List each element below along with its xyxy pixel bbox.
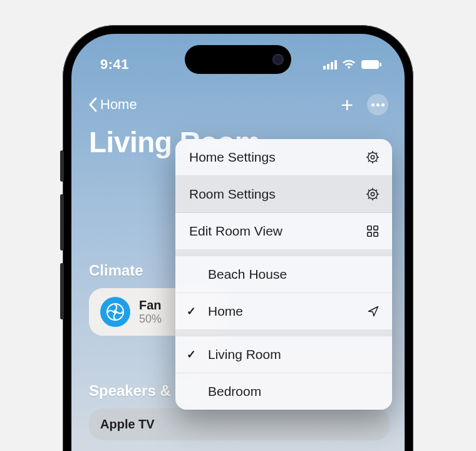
menu-item-label: Edit Room View	[189, 224, 282, 239]
tile-status: 50%	[139, 313, 162, 326]
svg-point-4	[368, 153, 378, 162]
menu-room-bedroom[interactable]: Bedroom	[175, 373, 392, 410]
svg-rect-0	[361, 60, 379, 69]
menu-item-label: Living Room	[208, 347, 281, 362]
menu-separator	[175, 250, 392, 256]
svg-rect-1	[380, 63, 381, 66]
menu-edit-room-view[interactable]: Edit Room View	[175, 213, 392, 250]
back-button[interactable]: Home	[88, 96, 137, 113]
svg-rect-24	[368, 226, 371, 230]
svg-rect-26	[368, 232, 371, 236]
status-icons	[323, 60, 382, 70]
screen: 9:41 Home + Livi	[71, 34, 405, 451]
battery-icon	[361, 60, 382, 70]
svg-point-15	[371, 192, 375, 196]
checkmark-icon: ✓	[187, 304, 196, 318]
tile-appletv[interactable]: Apple TV	[89, 408, 390, 440]
gear-icon	[366, 187, 380, 201]
menu-item-label: Room Settings	[189, 187, 276, 202]
menu-item-label: Bedroom	[208, 384, 261, 399]
svg-line-22	[368, 197, 370, 199]
svg-point-14	[368, 190, 378, 199]
svg-line-13	[376, 153, 377, 154]
menu-home-home[interactable]: ✓ Home	[175, 293, 392, 330]
menu-item-label: Home	[208, 304, 243, 319]
svg-rect-25	[374, 226, 378, 230]
svg-line-11	[376, 160, 377, 162]
chevron-left-icon	[88, 97, 98, 112]
context-menu: Home Settings Room Settings Edit Room Vi…	[175, 139, 392, 410]
svg-rect-27	[374, 232, 378, 236]
svg-line-21	[376, 197, 377, 199]
svg-line-12	[368, 160, 370, 162]
location-icon	[367, 305, 380, 318]
menu-home-beach-house[interactable]: Beach House	[175, 256, 392, 293]
svg-line-10	[368, 153, 370, 154]
menu-home-settings[interactable]: Home Settings	[175, 139, 392, 176]
tile-name: Fan	[139, 298, 162, 313]
tile-name: Apple TV	[100, 417, 155, 432]
status-time: 9:41	[100, 56, 129, 73]
menu-item-label: Home Settings	[189, 150, 276, 165]
menu-separator	[175, 330, 392, 336]
phone-frame: 9:41 Home + Livi	[63, 25, 413, 451]
menu-room-living-room[interactable]: ✓ Living Room	[175, 336, 392, 373]
menu-item-label: Beach House	[208, 267, 287, 282]
checkmark-icon: ✓	[187, 348, 196, 361]
svg-point-5	[371, 155, 375, 159]
back-label: Home	[100, 96, 137, 113]
dynamic-island	[185, 45, 291, 74]
more-button[interactable]	[367, 94, 388, 115]
nav-bar: Home +	[71, 90, 405, 119]
wifi-icon	[342, 60, 356, 70]
add-button[interactable]: +	[341, 94, 353, 115]
svg-line-20	[368, 190, 370, 191]
fan-icon	[100, 297, 130, 327]
svg-line-23	[376, 190, 377, 191]
grid-icon	[366, 224, 380, 238]
menu-room-settings[interactable]: Room Settings	[175, 176, 392, 213]
gear-icon	[366, 150, 380, 164]
cellular-icon	[323, 60, 337, 70]
